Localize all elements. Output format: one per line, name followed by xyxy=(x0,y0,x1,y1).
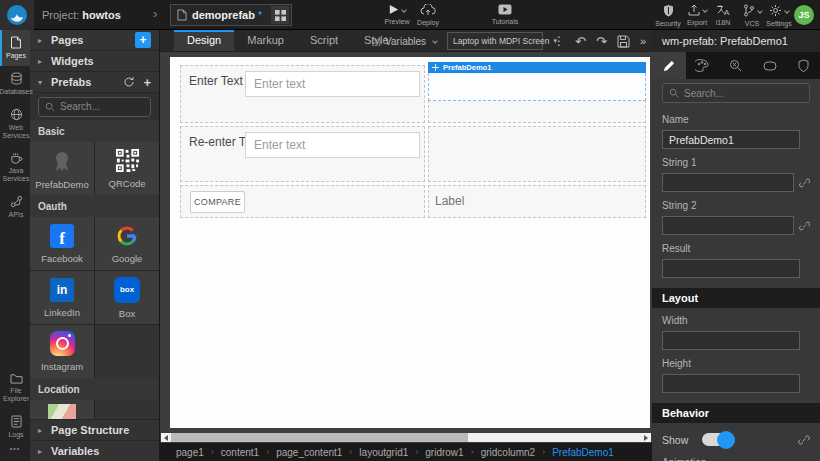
breadcrumb-item[interactable]: gridcolumn2 xyxy=(481,447,535,458)
deploy-label: Deploy xyxy=(417,19,439,26)
prefab-tile-google[interactable]: Google xyxy=(95,217,159,270)
enter-text-input[interactable]: Enter text xyxy=(245,71,420,97)
design-workspace: Enter Text Enter text PrefabDemo1 xyxy=(160,52,652,443)
breadcrumb-item[interactable]: page1 xyxy=(176,447,204,458)
scroll-right-arrow[interactable] xyxy=(641,433,651,442)
preview-label: Preview xyxy=(385,18,410,25)
grid-cell-label[interactable]: Label xyxy=(428,185,646,218)
breadcrumb-chevron-icon: › xyxy=(153,6,157,21)
breadcrumb-item[interactable]: page_content1 xyxy=(276,447,342,458)
refresh-icon[interactable] xyxy=(123,76,135,88)
prefabs-section-header[interactable]: ▾ Prefabs + xyxy=(30,72,159,93)
tab-properties[interactable] xyxy=(652,52,686,79)
settings-button[interactable]: Settings xyxy=(759,4,799,27)
bind-link-icon[interactable] xyxy=(798,434,810,446)
grid-cell-prefab[interactable]: PrefabDemo1 xyxy=(428,65,646,123)
string2-input[interactable] xyxy=(662,216,794,235)
result-input[interactable] xyxy=(662,259,800,278)
redo-button[interactable]: ↷ xyxy=(596,35,607,48)
user-avatar[interactable]: JS xyxy=(794,5,814,25)
rail-label: APIs xyxy=(9,211,24,219)
prefab-tile-location[interactable] xyxy=(30,400,94,419)
tab-design[interactable]: Design xyxy=(174,30,234,51)
save-button[interactable] xyxy=(617,35,630,48)
device-selector[interactable]: Laptop with MDPI Screen ▾ xyxy=(447,32,543,50)
folder-icon xyxy=(10,373,23,384)
tab-conditions[interactable] xyxy=(719,52,753,79)
tutorials-button[interactable]: Tutorials xyxy=(485,4,525,25)
grid-cell-compare[interactable]: COMPARE xyxy=(180,185,425,218)
tab-script[interactable]: Script xyxy=(297,30,351,51)
scrollbar-thumb[interactable] xyxy=(171,433,468,442)
move-icon[interactable] xyxy=(432,64,439,71)
prefab-tile-linkedin[interactable]: in LinkedIn xyxy=(30,271,94,324)
tab-security[interactable] xyxy=(786,52,820,79)
width-input[interactable] xyxy=(662,331,800,350)
message-bubble-icon xyxy=(763,60,777,72)
import-prefab-button[interactable]: + xyxy=(143,75,151,90)
prefab-tile-instagram[interactable]: Instagram xyxy=(30,325,94,378)
rail-item-databases[interactable]: Databases xyxy=(0,66,30,102)
grid-cell-enter-text[interactable]: Enter Text Enter text xyxy=(180,65,425,123)
rail-item-file-explorer[interactable]: File Explorer xyxy=(0,367,30,409)
breadcrumb-item-active[interactable]: PrefabDemo1 xyxy=(552,447,614,458)
name-input[interactable]: PrefabDemo1 xyxy=(662,130,800,149)
undo-button[interactable]: ↶ xyxy=(575,35,586,48)
page-structure-section-header[interactable]: ▸ Page Structure xyxy=(30,419,159,440)
dashboard-grid-button[interactable] xyxy=(271,6,289,24)
grid-cell-reenter-text[interactable]: Re-enter Text Enter text xyxy=(180,126,425,182)
prefab-tile-qrcode[interactable]: QRCode xyxy=(95,142,159,195)
variables-dropdown[interactable]: {x} Variables xyxy=(371,36,437,47)
prefab-tile-box[interactable]: box Box xyxy=(95,271,159,324)
app-selector[interactable]: demoprefab * xyxy=(170,4,292,26)
properties-search-input[interactable]: Search... xyxy=(662,83,810,103)
tile-label: PrefabDemo xyxy=(35,179,88,190)
tab-events[interactable] xyxy=(753,52,787,79)
show-toggle[interactable] xyxy=(702,433,734,446)
compare-button[interactable]: COMPARE xyxy=(190,191,245,213)
prefab-search-input[interactable]: Search... xyxy=(38,97,151,117)
string1-input[interactable] xyxy=(662,173,794,192)
breadcrumb-item[interactable]: layoutgrid1 xyxy=(359,447,408,458)
input-placeholder: Enter text xyxy=(254,138,305,152)
svg-text:A: A xyxy=(724,8,730,16)
rail-item-logs[interactable]: Logs xyxy=(0,409,30,445)
prefab-tile-prefabdemo[interactable]: PrefabDemo xyxy=(30,142,94,195)
grid-cell-empty[interactable] xyxy=(428,126,646,182)
project-breadcrumb: Project: howtos xyxy=(42,9,121,21)
rail-more-button[interactable]: ••• xyxy=(0,445,30,461)
pages-section-header[interactable]: ▸ Pages + xyxy=(30,30,159,51)
bind-link-icon[interactable] xyxy=(799,177,810,189)
height-input[interactable] xyxy=(662,374,800,393)
bind-link-icon[interactable] xyxy=(799,220,810,232)
rail-item-apis[interactable]: APIs xyxy=(0,189,30,225)
deploy-button[interactable]: Deploy xyxy=(408,4,448,26)
scroll-left-arrow[interactable] xyxy=(161,433,171,442)
shield-icon xyxy=(663,4,674,17)
more-options-button[interactable]: ⋮ xyxy=(553,34,565,48)
rail-item-java-services[interactable]: Java Services xyxy=(0,146,30,189)
breadcrumb-item[interactable]: gridrow1 xyxy=(425,447,463,458)
variables-section-header[interactable]: ▸ Variables xyxy=(30,440,159,461)
prefab-widget-body[interactable] xyxy=(428,73,646,101)
selected-prefab-widget[interactable]: PrefabDemo1 xyxy=(428,62,646,101)
height-label: Height xyxy=(662,358,810,369)
layout-grid: Enter Text Enter text PrefabDemo1 xyxy=(180,65,646,221)
wavemaker-logo[interactable] xyxy=(0,0,34,30)
tab-styles[interactable] xyxy=(686,52,720,79)
tab-markup[interactable]: Markup xyxy=(234,30,297,51)
breadcrumb-item[interactable]: content1 xyxy=(221,447,259,458)
collapse-panel-button[interactable]: » xyxy=(640,35,646,47)
prefab-tile-facebook[interactable]: f Facebook xyxy=(30,217,94,270)
reenter-text-input[interactable]: Enter text xyxy=(245,132,420,158)
prefab-search: Search... xyxy=(30,93,159,120)
design-canvas[interactable]: Enter Text Enter text PrefabDemo1 xyxy=(170,57,650,428)
rail-item-pages[interactable]: Pages xyxy=(0,30,30,66)
label-widget: Label xyxy=(435,194,464,208)
collapsed-arrow-icon: ▸ xyxy=(38,57,45,66)
rail-item-web-services[interactable]: Web Services xyxy=(0,102,30,146)
widgets-section-header[interactable]: ▸ Widgets xyxy=(30,51,159,72)
collapsed-arrow-icon: ▸ xyxy=(38,36,45,45)
add-page-button[interactable]: + xyxy=(135,32,151,48)
canvas-horizontal-scrollbar[interactable] xyxy=(161,433,651,442)
